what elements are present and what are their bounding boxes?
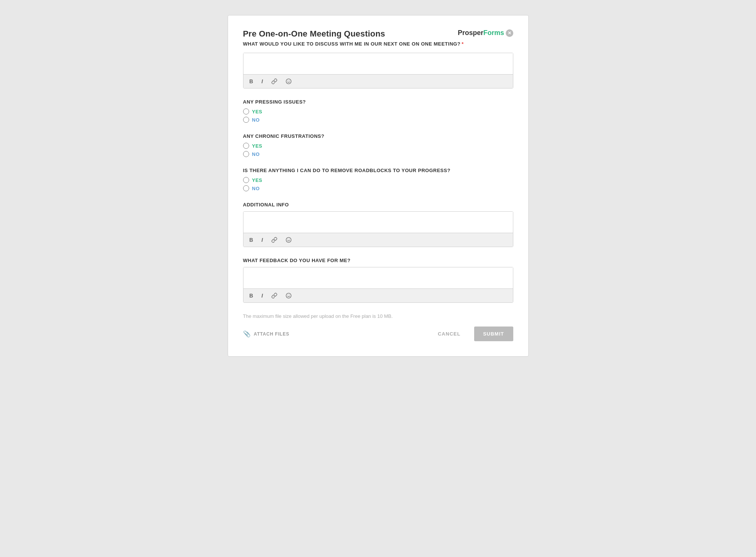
submit-button[interactable]: SUBMIT — [474, 327, 513, 341]
emoji-button-2[interactable] — [284, 236, 293, 244]
pressing-issues-label: ANY PRESSING ISSUES? — [243, 99, 513, 105]
chronic-frustrations-radio-group: YES NO — [243, 143, 513, 157]
chronic-frustrations-no-option[interactable]: NO — [243, 151, 513, 157]
cancel-button[interactable]: CANCEL — [432, 327, 466, 340]
chronic-frustrations-yes-radio[interactable] — [243, 143, 249, 149]
form-title-text: Pre One-on-One Meeting Questions — [243, 29, 385, 39]
bold-button-3[interactable]: B — [248, 292, 255, 299]
roadblocks-no-label: NO — [252, 186, 260, 191]
pressing-issues-no-label: NO — [252, 117, 260, 123]
chronic-frustrations-yes-option[interactable]: YES — [243, 143, 513, 149]
roadblocks-no-option[interactable]: NO — [243, 185, 513, 191]
footer-actions: CANCEL SUBMIT — [432, 327, 513, 341]
feedback-label: WHAT FEEDBACK DO YOU HAVE FOR ME? — [243, 258, 513, 263]
attach-files-label: ATTACH FILES — [254, 331, 289, 337]
feedback-input[interactable] — [243, 267, 513, 287]
logo-area: Prosper Forms ✕ — [458, 29, 513, 37]
link-button-2[interactable] — [270, 236, 279, 244]
emoji-button-1[interactable] — [284, 78, 293, 85]
roadblocks-yes-radio[interactable] — [243, 177, 249, 183]
svg-point-0 — [286, 79, 291, 84]
feedback-section: WHAT FEEDBACK DO YOU HAVE FOR ME? B I — [243, 258, 513, 303]
emoji-icon-3 — [286, 293, 292, 299]
italic-button-2[interactable]: I — [260, 236, 265, 244]
pressing-issues-no-radio[interactable] — [243, 117, 249, 123]
link-button-3[interactable] — [270, 292, 279, 299]
bold-button-2[interactable]: B — [248, 236, 255, 244]
additional-info-input[interactable] — [243, 212, 513, 231]
emoji-icon-2 — [286, 237, 292, 243]
roadblocks-section: IS THERE ANYTHING I CAN DO TO REMOVE ROA… — [243, 168, 513, 191]
additional-info-richtext: B I — [243, 211, 513, 247]
pressing-issues-yes-label: YES — [252, 109, 263, 114]
chronic-frustrations-section: ANY CHRONIC FRUSTRATIONS? YES NO — [243, 133, 513, 157]
chronic-frustrations-no-label: NO — [252, 151, 260, 157]
additional-info-section: ADDITIONAL INFO B I — [243, 202, 513, 247]
chronic-frustrations-yes-label: YES — [252, 143, 263, 149]
form-subtitle: WHAT WOULD YOU LIKE TO DISCUSS WITH ME I… — [243, 41, 513, 47]
roadblocks-radio-group: YES NO — [243, 177, 513, 191]
svg-point-3 — [286, 237, 291, 242]
svg-point-6 — [286, 293, 291, 298]
link-button-1[interactable] — [270, 78, 279, 85]
form-header: Pre One-on-One Meeting Questions Prosper… — [243, 29, 513, 39]
emoji-button-3[interactable] — [284, 292, 293, 299]
link-icon-3 — [271, 293, 277, 299]
pressing-issues-yes-option[interactable]: YES — [243, 108, 513, 114]
roadblocks-label: IS THERE ANYTHING I CAN DO TO REMOVE ROA… — [243, 168, 513, 173]
attach-files-button[interactable]: 📎 ATTACH FILES — [243, 330, 289, 337]
additional-info-label: ADDITIONAL INFO — [243, 202, 513, 208]
pressing-issues-radio-group: YES NO — [243, 108, 513, 123]
feedback-richtext: B I — [243, 267, 513, 303]
form-title: Pre One-on-One Meeting Questions — [243, 29, 385, 39]
italic-button-3[interactable]: I — [260, 292, 265, 299]
discuss-input[interactable] — [243, 53, 513, 73]
logo-prosper: Prosper — [458, 29, 483, 37]
roadblocks-yes-label: YES — [252, 177, 263, 183]
discuss-richtext: B I — [243, 53, 513, 89]
paperclip-icon: 📎 — [243, 330, 251, 337]
discuss-toolbar: B I — [243, 74, 513, 88]
feedback-toolbar: B I — [243, 288, 513, 302]
form-container: Pre One-on-One Meeting Questions Prosper… — [228, 15, 529, 357]
chronic-frustrations-label: ANY CHRONIC FRUSTRATIONS? — [243, 133, 513, 139]
form-footer: 📎 ATTACH FILES CANCEL SUBMIT — [243, 327, 513, 341]
chronic-frustrations-no-radio[interactable] — [243, 151, 249, 157]
pressing-issues-no-option[interactable]: NO — [243, 117, 513, 123]
required-indicator: * — [462, 41, 464, 47]
close-button[interactable]: ✕ — [506, 29, 513, 37]
additional-info-toolbar: B I — [243, 233, 513, 247]
file-upload-note: The maximum file size allowed per upload… — [243, 313, 513, 319]
link-icon-2 — [271, 237, 277, 243]
bold-button-1[interactable]: B — [248, 78, 255, 85]
roadblocks-yes-option[interactable]: YES — [243, 177, 513, 183]
link-icon-1 — [271, 78, 277, 84]
emoji-icon-1 — [286, 78, 292, 84]
italic-button-1[interactable]: I — [260, 78, 265, 85]
logo-forms: Forms — [483, 29, 504, 37]
pressing-issues-section: ANY PRESSING ISSUES? YES NO — [243, 99, 513, 123]
pressing-issues-yes-radio[interactable] — [243, 108, 249, 114]
roadblocks-no-radio[interactable] — [243, 185, 249, 191]
